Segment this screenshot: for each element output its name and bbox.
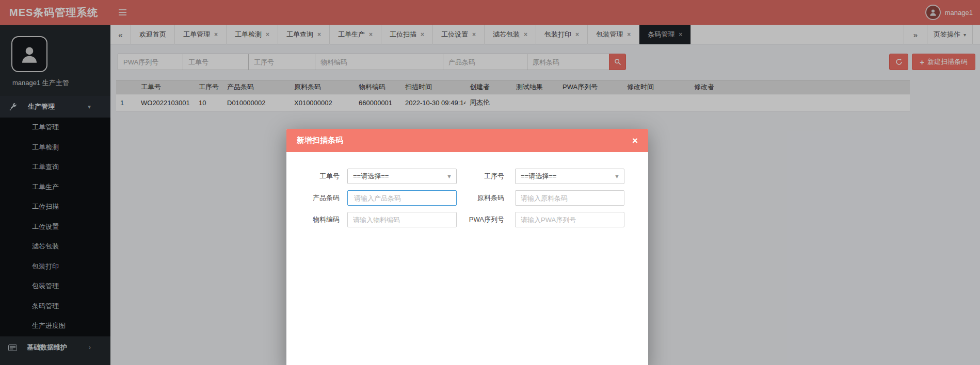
pwa-serial-wrap [515,212,624,227]
modal-header: 新增扫描条码 × [286,129,648,152]
workorder-label: 工单号 [286,172,340,181]
product-barcode-input[interactable] [347,190,457,206]
form-row-3: 物料编码 PWA序列号 [286,212,648,227]
item-code-wrap [347,212,457,227]
material-barcode-input[interactable] [515,190,624,206]
product-barcode-wrap [347,190,457,206]
close-icon[interactable]: × [632,136,638,145]
material-barcode-label: 原料条码 [457,193,504,203]
workorder-select-wrap: ==请选择== ▼ [347,169,457,184]
chevron-down-icon: ▼ [446,173,452,179]
process-select-wrap: ==请选择== ▼ [515,169,624,184]
process-label: 工序号 [457,172,504,181]
workorder-select[interactable]: ==请选择== ▼ [347,169,457,184]
item-code-input[interactable] [347,212,457,227]
mes-app: MES条码管理系统 manage1 manage1 生产主管 生产管理 ▾ 工单… [0,0,980,365]
process-select[interactable]: ==请选择== ▼ [515,169,624,184]
material-barcode-wrap [515,190,624,206]
modal-body: 工单号 ==请选择== ▼ 工序号 ==请选择== ▼ 产品条码 [286,152,648,227]
modal-title: 新增扫描条码 [297,136,343,145]
form-row-2: 产品条码 原料条码 [286,190,648,206]
item-code-label: 物料编码 [286,215,340,224]
pwa-serial-input[interactable] [515,212,624,227]
form-row-1: 工单号 ==请选择== ▼ 工序号 ==请选择== ▼ [286,169,648,184]
new-scan-barcode-modal: 新增扫描条码 × 工单号 ==请选择== ▼ 工序号 ==请选择== ▼ [286,129,648,365]
product-barcode-label: 产品条码 [286,193,340,203]
chevron-down-icon: ▼ [614,173,620,179]
pwa-serial-label: PWA序列号 [457,215,504,224]
